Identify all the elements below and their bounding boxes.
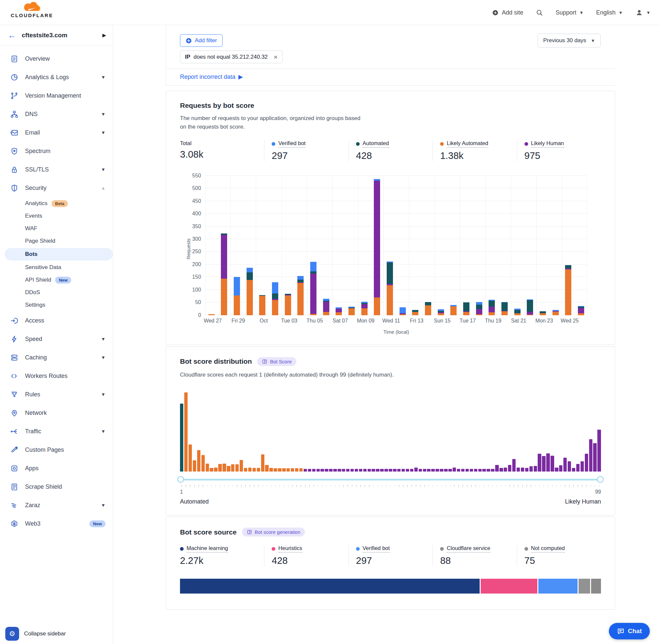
sidebar-subitem-api-shield[interactable]: API ShieldNew [0, 274, 113, 286]
source-distribution-bar [180, 579, 601, 594]
sidebar-item-access[interactable]: Access [0, 311, 113, 330]
stat-label[interactable]: Automated [362, 140, 389, 148]
card-title: Bot score distribution [180, 358, 252, 365]
sidebar-item-rules[interactable]: Rules▼ [0, 385, 113, 404]
cloudflare-logo[interactable]: CLOUDFLARE [7, 2, 57, 18]
sidebar-item-scrape-shield[interactable]: Scrape Shield [0, 478, 113, 496]
bar-segment-likely-automated [476, 314, 482, 315]
stat-label[interactable]: Verified bot [362, 545, 390, 553]
stat-label[interactable]: Likely Automated [447, 140, 488, 148]
sidebar-item-zaraz[interactable]: Zaraz▼ [0, 496, 113, 514]
stat-label[interactable]: Cloudflare service [447, 545, 490, 553]
sidebar-item-overview[interactable]: Overview [0, 49, 113, 68]
report-incorrect-data-link[interactable]: Report incorrect data ▶ [180, 73, 243, 80]
sidebar-item-analytics-logs[interactable]: Analytics & Logs▼ [0, 68, 113, 86]
sidebar-subitem-ddos[interactable]: DDoS [0, 286, 113, 299]
source-segment-machine-learning [180, 579, 480, 594]
sidebar-subitem-analytics[interactable]: AnalyticsBeta [0, 197, 113, 210]
add-filter-button[interactable]: Add filter [180, 34, 222, 47]
bar-segment-verified-bot [234, 277, 240, 295]
bar-segment-likely-human [310, 274, 316, 314]
sidebar-subitem-label: Sensitive Data [25, 264, 61, 271]
bar-segment-automated [310, 271, 316, 274]
bar-segment-automated [297, 280, 304, 282]
axis-tick [508, 485, 511, 487]
stat-label[interactable]: Not computed [531, 545, 565, 553]
stat-label[interactable]: Heuristics [278, 545, 302, 553]
bot-score-badge[interactable]: Bot Score [257, 357, 297, 366]
sidebar-item-label: Web3 [25, 520, 86, 527]
axis-tick [235, 485, 239, 487]
sidebar-item-spectrum[interactable]: Spectrum [0, 142, 113, 160]
web3-icon [10, 519, 19, 528]
axis-tick [312, 485, 315, 487]
sidebar-item-dns[interactable]: DNS▼ [0, 105, 113, 123]
support-menu[interactable]: Support ▼ [556, 9, 584, 16]
stat-label[interactable]: Verified bot [278, 140, 306, 148]
y-tick-label: 300 [192, 236, 201, 242]
slider-track[interactable] [180, 479, 601, 480]
chevron-right-icon[interactable]: ▶ [102, 32, 106, 38]
gridline [562, 176, 562, 315]
sidebar-subitem-events[interactable]: Events [0, 210, 113, 222]
sidebar-item-web3[interactable]: Web3New [0, 514, 113, 533]
axis-tick [474, 485, 477, 487]
report-link-label: Report incorrect data [180, 73, 235, 80]
histogram-bar-score-62 [440, 469, 443, 472]
add-site-button[interactable]: Add site [492, 9, 523, 16]
sidebar-subitem-bots[interactable]: Bots [5, 248, 113, 260]
account-menu[interactable]: ▼ [635, 8, 651, 17]
sidebar-item-traffic[interactable]: Traffic▼ [0, 422, 113, 440]
sidebar-item-workers-routes[interactable]: Workers Routes [0, 367, 113, 385]
card-title: Bot score source [180, 528, 237, 536]
axis-tick [555, 485, 558, 487]
stat-heuristics: Heuristics428 [264, 545, 348, 566]
axis-tick [410, 485, 414, 487]
bar-segment-likely-automated [374, 297, 380, 315]
bar-segment-likely-automated [489, 312, 495, 315]
chat-button[interactable]: Chat [609, 623, 650, 639]
language-menu[interactable]: English ▼ [596, 9, 623, 16]
sidebar-item-network[interactable]: Network [0, 404, 113, 422]
sidebar-item-caching[interactable]: Caching▼ [0, 348, 113, 367]
stat-label[interactable]: Likely Human [531, 140, 564, 148]
stat-label[interactable]: Machine learning [187, 545, 228, 553]
stacked-bar [565, 265, 571, 315]
search-button[interactable] [536, 9, 543, 16]
sidebar-subitem-waf[interactable]: WAF [0, 222, 113, 235]
sidebar-item-custom-pages[interactable]: Custom Pages [0, 440, 113, 459]
stacked-bar [552, 310, 559, 315]
sidebar-item-ssl-tls[interactable]: SSL/TLS▼ [0, 160, 113, 179]
sidebar-item-email[interactable]: Email▼ [0, 123, 113, 142]
slider-handle-min[interactable] [178, 476, 184, 483]
legend-dot-icon [356, 547, 360, 551]
sidebar-subitem-page-shield[interactable]: Page Shield [0, 235, 113, 247]
histogram-range-labels: 1 99 [180, 489, 601, 495]
date-range-select[interactable]: Previous 30 days ▼ [538, 33, 601, 47]
search-icon [536, 9, 543, 16]
histogram-bar-score-67 [461, 469, 465, 472]
histogram-bar-score-65 [453, 467, 456, 472]
sidebar-item-speed[interactable]: Speed▼ [0, 330, 113, 348]
sidebar-item-apps[interactable]: Apps [0, 459, 113, 478]
axis-tick [257, 485, 260, 487]
sidebar-item-version-management[interactable]: Version Management [0, 86, 113, 105]
back-arrow-icon[interactable]: ← [8, 31, 19, 40]
slider-handle-max[interactable] [597, 476, 604, 483]
sidebar-subitem-settings[interactable]: Settings [0, 299, 113, 311]
card-title: Requests by bot score [180, 101, 254, 110]
apps-icon [10, 464, 19, 473]
sidebar-subitem-sensitive-data[interactable]: Sensitive Data [0, 261, 113, 274]
close-icon[interactable]: × [274, 53, 278, 60]
histogram-bar-score-50 [389, 469, 392, 472]
automated-end-label: Automated [180, 498, 209, 505]
collapse-sidebar-button[interactable]: Collapse sidebar [24, 630, 66, 637]
settings-gear-button[interactable]: ⚙ [5, 627, 19, 641]
filter-chip[interactable]: IP does not equal 35.212.240.32 × [180, 50, 283, 63]
axis-tick [576, 485, 580, 487]
sidebar-item-security[interactable]: Security▲ [0, 179, 113, 197]
histogram-bar-score-47 [376, 469, 379, 472]
legend-dot-icon [272, 547, 275, 551]
requests-chart: Requests 0501001502002503003504004505005… [180, 176, 601, 315]
bot-score-generation-badge[interactable]: Bot score generation [242, 528, 305, 536]
